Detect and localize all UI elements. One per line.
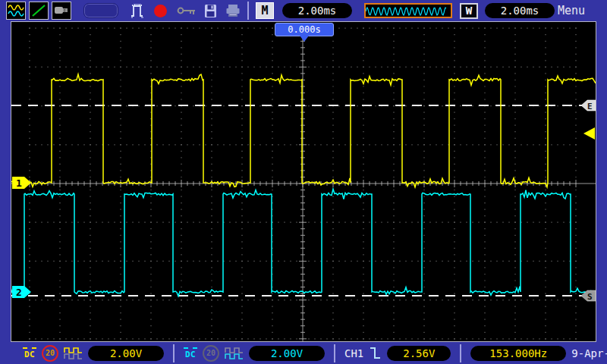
window-timebase-readout: 2.00ms [485, 3, 555, 18]
math-function-icon [29, 2, 49, 20]
svg-text:2: 2 [16, 287, 22, 298]
key-lock-icon [177, 5, 197, 16]
svg-text:E: E [587, 102, 593, 111]
ch1-coupling-icon: DC [23, 347, 36, 359]
ch2-scale-readout[interactable]: 2.00V [249, 346, 325, 361]
save-floppy-icon [204, 4, 217, 18]
waveform-plot: 12ES [11, 22, 596, 341]
divider [334, 344, 335, 362]
print-icon [225, 4, 241, 17]
channels-waveform-icon [6, 2, 26, 20]
window-timebase-badge: W [460, 3, 478, 19]
frequency-counter-readout: 153.000Hz [470, 346, 566, 361]
main-timebase-readout: 2.00ms [282, 3, 352, 18]
bottom-status-bar: DC 20 2.00V DC 20 2.00V CH1 2.56V 153.00… [0, 342, 607, 364]
waveform-preview [364, 3, 452, 18]
datetime-label: 9-Apr-13 00:16 [571, 347, 607, 359]
svg-text:1: 1 [16, 177, 22, 189]
divider [173, 344, 175, 362]
divider [247, 2, 249, 20]
empty-status-slot [83, 3, 118, 18]
top-status-bar: M 2.00ms W 2.00ms Menu [0, 0, 607, 21]
trigger-status-group: CH1 2.56V [344, 345, 451, 361]
trigger-source-label: CH1 [344, 347, 363, 359]
graticule-screen: 12ES 0.000s [11, 21, 596, 342]
ch1-waveform-type-icon [64, 347, 83, 360]
svg-text:S: S [587, 292, 593, 302]
ch2-status-group: DC 20 2.00V [184, 345, 325, 362]
divider [460, 344, 461, 362]
record-indicator-icon [154, 5, 167, 17]
ch2-waveform-type-icon [225, 347, 244, 360]
pulse-acquire-icon [131, 2, 145, 19]
trigger-position-tag[interactable]: 0.000s [275, 23, 334, 36]
ch1-scale-readout[interactable]: 2.00V [88, 346, 164, 361]
trigger-level-readout[interactable]: 2.56V [387, 346, 451, 361]
ch2-coupling-icon: DC [184, 347, 197, 359]
ch1-status-group: DC 20 2.00V [23, 345, 164, 362]
menu-button[interactable]: Menu [558, 4, 585, 17]
ch1-bandwidth-limit-icon: 20 [42, 345, 58, 362]
ch2-bandwidth-limit-icon: 20 [203, 345, 219, 362]
usb-device-icon [52, 2, 71, 20]
main-timebase-badge: M [256, 2, 274, 19]
oscilloscope-display: { "topbar": { "main_timebase_label": "M"… [0, 0, 607, 364]
falling-edge-trigger-icon [369, 345, 382, 361]
